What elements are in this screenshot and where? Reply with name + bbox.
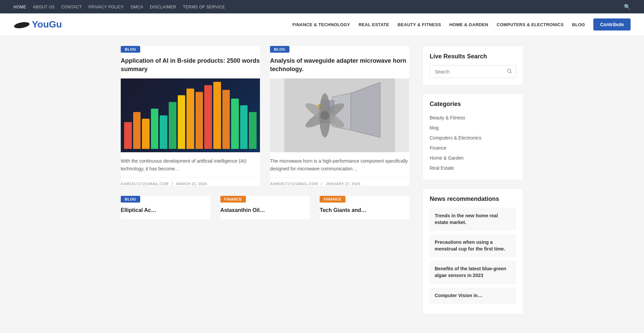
main-nav-list: FINANCE & TECHNOLOGY REAL ESTATE BEAUTY … (292, 18, 631, 31)
article-excerpt-1: With the continuous development of artif… (121, 157, 260, 172)
svg-point-10 (320, 111, 329, 120)
nav-dmca[interactable]: DMCA (131, 5, 143, 9)
sidebar-categories-title: Categories (430, 101, 516, 108)
article-meta-2: AAM181717@GMAIL.COM / JANUARY 27, 2024 (270, 177, 409, 186)
sidebar-news-title: News recommendations (430, 196, 516, 203)
nav-beauty-fitness[interactable]: BEAUTY & FITNESS (397, 22, 441, 27)
news-rec-2[interactable]: Benefits of the latest blue-green algae … (430, 261, 516, 284)
main-navigation: FINANCE & TECHNOLOGY REAL ESTATE BEAUTY … (292, 18, 631, 31)
category-item-2: Computers & Electronics (430, 133, 516, 143)
svg-line-12 (511, 72, 512, 73)
article-title-5[interactable]: Tech Giants and… (320, 207, 409, 214)
search-box (430, 65, 516, 78)
news-rec-title-0: Trends in the new home real estate marke… (435, 213, 511, 226)
article-title-2[interactable]: Analysis of waveguide adapter microwave … (270, 57, 409, 73)
category-item-0: Beauty & Fitness (430, 113, 516, 123)
nav-about[interactable]: ABOUT US (33, 5, 55, 9)
search-icon (507, 69, 512, 73)
article-separator-2: / (321, 182, 322, 186)
nav-contact[interactable]: CONTACT (61, 5, 82, 9)
article-badge-4: FINANCE (220, 196, 246, 203)
article-date-1: MARCH 21, 2024 (176, 182, 207, 186)
article-author-2: AAM181717@GMAIL.COM (270, 182, 318, 186)
category-link-2[interactable]: Computers & Electronics (430, 135, 481, 141)
sidebar-news-section: News recommendations Trends in the new h… (423, 188, 523, 314)
svg-point-0 (14, 21, 30, 30)
article-badge-5: FINANCE (320, 196, 345, 203)
categories-list: Beauty & Fitness blog Computers & Electr… (430, 113, 516, 173)
news-rec-title-3: Computer Vision in… (435, 292, 511, 299)
sidebar: Live Results Search Categories Beauty & … (423, 46, 523, 323)
nav-blog[interactable]: BLOG (572, 22, 585, 27)
news-rec-3[interactable]: Computer Vision in… (430, 287, 516, 304)
article-card-4: FINANCE Astaxanthin Oil… (220, 196, 310, 219)
top-search-icon[interactable]: 🔍 (624, 4, 631, 10)
article-card-5: FINANCE Tech Giants and… (320, 196, 409, 219)
article-card-1: BLOG Application of AI in B-side product… (121, 46, 260, 186)
search-input[interactable] (430, 66, 503, 78)
nav-computers[interactable]: COMPUTERS & ELECTRONICS (497, 22, 564, 27)
news-rec-0[interactable]: Trends in the new home real estate marke… (430, 208, 516, 231)
category-item-3: Finance (430, 143, 516, 153)
article-title-3[interactable]: Elliptical Ac… (121, 207, 210, 214)
article-meta-1: AAM181717@GMAIL.COM / MARCH 21, 2024 (121, 177, 260, 186)
article-excerpt-2: The microwave horn is a high-performance… (270, 157, 409, 172)
nav-privacy[interactable]: PRIVACY POLICY (89, 5, 124, 9)
top-nav-links: HOME ABOUT US CONTACT PRIVACY POLICY DMC… (13, 4, 225, 10)
waveguide-svg (270, 78, 409, 152)
article-badge-2: BLOG (270, 46, 289, 53)
article-image-1 (121, 78, 260, 152)
category-link-0[interactable]: Beauty & Fitness (430, 115, 465, 120)
article-title-1[interactable]: Application of AI in B-side products: 25… (121, 57, 260, 73)
logo-text: YouGu (32, 19, 62, 30)
category-link-4[interactable]: Home & Garden (430, 155, 464, 161)
page-content: BLOG Application of AI in B-side product… (107, 46, 537, 323)
category-link-3[interactable]: Finance (430, 145, 446, 151)
article-date-2: JANUARY 27, 2024 (326, 182, 360, 186)
nav-home[interactable]: HOME (13, 5, 26, 9)
main-header: YouGu FINANCE & TECHNOLOGY REAL ESTATE B… (0, 13, 644, 36)
sidebar-search-title: Live Results Search (430, 53, 516, 60)
nav-disclaimer[interactable]: DISCLAIMER (150, 5, 176, 9)
category-item-1: blog (430, 123, 516, 133)
search-button[interactable] (503, 65, 516, 78)
nav-real-estate[interactable]: REAL ESTATE (359, 22, 389, 27)
contribute-button[interactable]: Contribute (593, 18, 631, 31)
category-link-5[interactable]: Real Estate (430, 165, 454, 171)
article-badge-3: BLOG (121, 196, 140, 203)
nav-finance-tech[interactable]: FINANCE & TECHNOLOGY (292, 22, 350, 27)
news-rec-title-1: Precautions when using a menstrual cup f… (435, 239, 511, 252)
top-navigation: HOME ABOUT US CONTACT PRIVACY POLICY DMC… (0, 0, 644, 13)
article-badge-1: BLOG (121, 46, 140, 53)
articles-main: BLOG Application of AI in B-side product… (121, 46, 409, 323)
category-item-5: Real Estate (430, 163, 516, 173)
sidebar-categories-section: Categories Beauty & Fitness blog Compute… (423, 94, 523, 180)
logo-icon (13, 19, 30, 30)
category-link-1[interactable]: blog (430, 125, 438, 130)
articles-grid-bottom: BLOG Elliptical Ac… FINANCE Astaxanthin … (121, 196, 409, 219)
article-card-2: BLOG Analysis of waveguide adapter micro… (270, 46, 409, 186)
nav-terms[interactable]: TERMS OF SERVICE (183, 5, 225, 9)
sidebar-search-section: Live Results Search (423, 46, 523, 85)
news-rec-1[interactable]: Precautions when using a menstrual cup f… (430, 234, 516, 257)
svg-point-11 (507, 69, 511, 72)
category-item-4: Home & Garden (430, 153, 516, 163)
article-author-1: AAM181717@GMAIL.COM (121, 182, 168, 186)
article-title-4[interactable]: Astaxanthin Oil… (220, 207, 310, 214)
article-card-3: BLOG Elliptical Ac… (121, 196, 210, 219)
nav-home-garden[interactable]: HOME & GARDEN (449, 22, 488, 27)
news-rec-title-2: Benefits of the latest blue-green algae … (435, 266, 511, 279)
logo[interactable]: YouGu (13, 19, 62, 30)
articles-grid-top: BLOG Application of AI in B-side product… (121, 46, 409, 186)
article-image-2 (270, 78, 409, 152)
article-separator-1: / (172, 182, 173, 186)
